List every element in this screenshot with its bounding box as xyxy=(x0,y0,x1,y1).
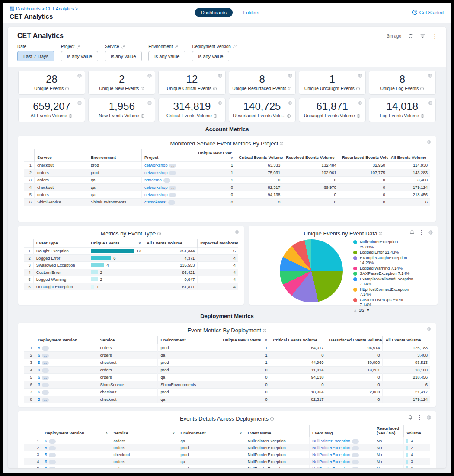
deployment-version-link[interactable]: 6 xyxy=(38,375,40,380)
info-icon[interactable] xyxy=(141,114,145,118)
ellipsis-badge[interactable]: … xyxy=(169,171,176,175)
refresh-icon[interactable] xyxy=(408,33,413,39)
legend-item[interactable]: Logged Error 21.43% xyxy=(353,250,432,255)
column-header-all-events-volume[interactable]: All Events Volume xyxy=(388,149,430,162)
ellipsis-badge[interactable]: … xyxy=(42,361,49,365)
globe-icon[interactable] xyxy=(147,73,152,78)
globe-icon[interactable] xyxy=(426,326,432,331)
info-icon[interactable] xyxy=(356,114,361,118)
column-header-event-msg[interactable]: Event Msg xyxy=(309,425,374,437)
deployment-version-link[interactable]: 5 xyxy=(45,452,47,457)
ellipsis-badge[interactable]: … xyxy=(49,460,56,464)
bell-icon[interactable] xyxy=(408,415,413,420)
info-icon[interactable] xyxy=(65,87,69,91)
info-icon[interactable] xyxy=(213,114,217,118)
ellipsis-badge[interactable]: … xyxy=(352,460,359,464)
kebab-menu-icon[interactable]: ⋮ xyxy=(419,229,424,235)
deployment-version-link[interactable]: 3 xyxy=(38,382,40,387)
column-header-service[interactable]: Service xyxy=(97,336,158,344)
ellipsis-badge[interactable]: … xyxy=(42,354,49,358)
ellipsis-badge[interactable]: … xyxy=(49,453,56,457)
column-header-resurfaced-events-volume[interactable]: Resurfaced Events Volume xyxy=(326,336,383,344)
column-header-all-events-volume[interactable]: All Events Volume xyxy=(144,239,198,248)
event-msg-link[interactable]: NullPointerException xyxy=(312,459,350,464)
ellipsis-badge[interactable]: … xyxy=(49,446,56,450)
column-header-event-type[interactable]: Event Type xyxy=(33,239,88,248)
info-icon[interactable] xyxy=(288,87,292,91)
globe-icon[interactable] xyxy=(77,100,82,106)
pie-chart[interactable] xyxy=(280,239,343,302)
info-icon[interactable] xyxy=(287,114,291,118)
globe-icon[interactable] xyxy=(147,100,152,106)
ellipsis-badge[interactable]: … xyxy=(352,439,359,444)
info-icon[interactable] xyxy=(140,87,144,91)
column-header-deployment-version[interactable]: Deployment Version∧ xyxy=(42,425,111,437)
ellipsis-badge[interactable]: … xyxy=(163,178,170,183)
legend-item[interactable]: SAXParseException 7.14% xyxy=(353,271,432,276)
deployment-version-link[interactable]: 6 xyxy=(38,389,40,394)
globe-icon[interactable] xyxy=(217,73,223,78)
info-icon[interactable] xyxy=(420,87,424,91)
column-header-environment[interactable]: Environment∨ xyxy=(178,425,245,437)
column-header-resolved-events-volume[interactable]: Resolved Events Volume xyxy=(283,149,339,162)
filter-value-button[interactable]: Last 7 Days xyxy=(17,51,54,61)
info-icon[interactable] xyxy=(279,142,284,146)
column-header-all-events-volume[interactable]: All Events Volume xyxy=(383,336,430,344)
deployment-version-link[interactable]: 6 xyxy=(45,459,47,464)
column-header-environment[interactable]: Environment xyxy=(88,149,142,162)
globe-icon[interactable] xyxy=(358,100,363,106)
column-header-impacted-monitored-services[interactable]: Impacted Monitored Services xyxy=(198,239,238,248)
event-msg-link[interactable]: NullPointerException xyxy=(312,452,350,457)
column-header-event-name[interactable]: Event Name xyxy=(245,425,309,437)
column-header-critical-events-volume[interactable]: Critical Events Volume xyxy=(236,149,283,162)
filter-value-button[interactable]: is any value xyxy=(61,51,98,61)
column-header-deployment-version[interactable]: Deployment Version xyxy=(35,336,97,344)
sort-desc-icon[interactable]: ∨ xyxy=(265,338,267,342)
info-icon[interactable] xyxy=(213,87,217,91)
globe-icon[interactable] xyxy=(288,73,293,78)
filter-icon[interactable] xyxy=(420,33,425,39)
project-link[interactable]: ctsmoketest xyxy=(144,199,166,204)
sort-desc-icon[interactable]: ∨ xyxy=(172,431,175,435)
column-header-critical-events-volume[interactable]: Critical Events Volume xyxy=(270,336,326,344)
legend-item[interactable]: ExampleCaughtException 14.29% xyxy=(353,255,432,265)
column-header-unique-new-events[interactable]: Unique New Events∨ xyxy=(220,336,270,344)
ellipsis-badge[interactable]: … xyxy=(42,376,49,380)
info-icon[interactable] xyxy=(378,232,383,236)
ellipsis-badge[interactable]: … xyxy=(169,186,176,190)
event-msg-link[interactable]: NullPointerException xyxy=(312,438,350,443)
project-link[interactable]: cetworkshop xyxy=(144,192,167,197)
event-msg-link[interactable]: NullPointerException xyxy=(312,466,350,469)
deployment-version-link[interactable]: 5 xyxy=(38,397,40,402)
column-header-project[interactable]: Project xyxy=(142,149,195,162)
ellipsis-badge[interactable]: … xyxy=(42,383,49,387)
globe-icon[interactable] xyxy=(77,73,82,78)
legend-page-down-icon[interactable]: ▼ xyxy=(366,308,370,312)
tab-dashboards[interactable]: Dashboards xyxy=(195,8,233,17)
info-icon[interactable] xyxy=(420,114,425,118)
sort-asc-icon[interactable]: ∧ xyxy=(105,431,108,435)
legend-item[interactable]: ExampleSwallowedException 7.14% xyxy=(353,277,432,286)
column-header-environment[interactable]: Environment xyxy=(158,336,220,344)
legend-page-up-icon[interactable]: ▲ xyxy=(353,308,357,312)
deployment-version-link[interactable]: 6 xyxy=(38,353,40,357)
filter-value-button[interactable]: is any value xyxy=(105,51,142,61)
globe-icon[interactable] xyxy=(428,73,433,78)
ellipsis-badge[interactable]: … xyxy=(42,390,49,395)
globe-icon[interactable] xyxy=(217,100,223,106)
deployment-version-link[interactable]: 8 xyxy=(45,466,47,469)
ellipsis-badge[interactable]: … xyxy=(49,467,56,469)
globe-icon[interactable] xyxy=(428,230,433,235)
globe-icon[interactable] xyxy=(288,100,293,106)
globe-icon[interactable] xyxy=(426,415,432,420)
column-header-service[interactable]: Service∨ xyxy=(111,425,178,437)
info-icon[interactable] xyxy=(157,232,161,236)
sort-desc-icon[interactable]: ∨ xyxy=(239,431,242,435)
deployment-version-link[interactable]: 5 xyxy=(38,360,40,365)
column-header-resurfaced-events-volume[interactable]: Resurfaced Events Volume xyxy=(339,149,388,162)
kebab-menu-icon[interactable]: ⋮ xyxy=(417,415,422,420)
filter-value-button[interactable]: is any value xyxy=(192,51,229,61)
globe-icon[interactable] xyxy=(426,139,432,145)
info-icon[interactable] xyxy=(270,417,274,421)
ellipsis-badge[interactable]: … xyxy=(352,453,359,457)
